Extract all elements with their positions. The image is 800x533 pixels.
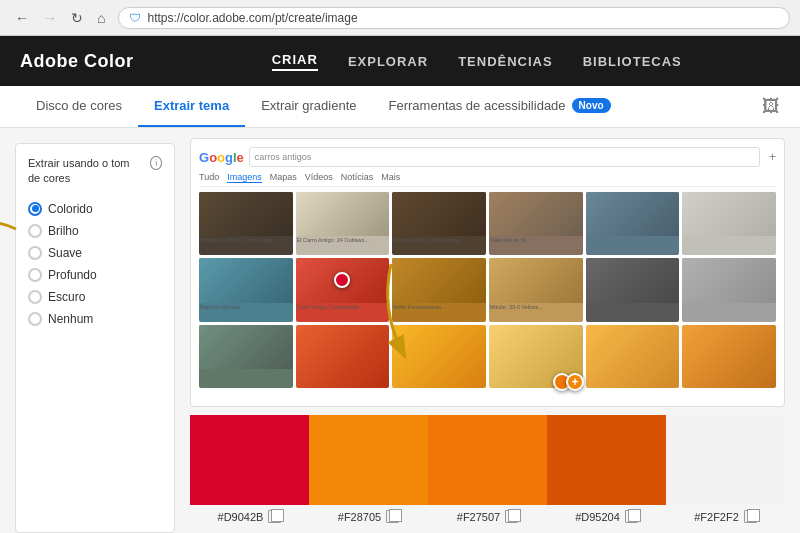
radio-colorido[interactable] xyxy=(28,202,42,216)
nav-bibliotecas[interactable]: BIBLIOTECAS xyxy=(583,54,682,69)
nav-tendencias[interactable]: TENDÊNCIAS xyxy=(458,54,553,69)
address-bar[interactable]: 🛡 https://color.adobe.com/pt/create/imag… xyxy=(118,7,790,29)
img-cell-7[interactable]: Barucho Moruce... xyxy=(199,258,293,321)
radio-escuro[interactable] xyxy=(28,290,42,304)
radio-inner-colorido xyxy=(32,205,39,212)
nav-criar[interactable]: CRIAR xyxy=(272,52,318,71)
option-suave[interactable]: Suave xyxy=(28,246,162,260)
image-area: Google carros antigos + Tudo Imagens Map… xyxy=(190,138,785,407)
tab-mapas[interactable]: Mapas xyxy=(270,172,297,183)
img-cell-2[interactable]: El Carro Antigo: 24 Outlaws... xyxy=(296,192,390,255)
label-colorido: Colorido xyxy=(48,202,93,216)
radio-nenhum[interactable] xyxy=(28,312,42,326)
image-upload-icon[interactable]: 🖼 xyxy=(762,96,780,116)
reload-button[interactable]: ↻ xyxy=(66,8,88,28)
copy-icon-5[interactable] xyxy=(744,510,757,523)
swatch-code-5: #F2F2F2 xyxy=(694,511,739,523)
swatch-label-1: #D9042B xyxy=(190,510,309,523)
right-panel: Google carros antigos + Tudo Imagens Map… xyxy=(175,128,800,533)
option-escuro[interactable]: Escuro xyxy=(28,290,162,304)
img-cell-18[interactable] xyxy=(682,325,776,388)
label-nenhum: Nenhum xyxy=(48,312,93,326)
label-brilho: Brilho xyxy=(48,224,79,238)
img-cell-8[interactable]: Carro Antigo Cpd pendillo... xyxy=(296,258,390,321)
img-cell-6[interactable] xyxy=(682,192,776,255)
panel-title: Extrair usando o tom de cores xyxy=(28,156,144,187)
app-header: Adobe Color CRIAR EXPLORAR TENDÊNCIAS BI… xyxy=(0,36,800,86)
radio-suave[interactable] xyxy=(28,246,42,260)
left-panel: Extrair usando o tom de cores i Colorido… xyxy=(15,143,175,533)
img-cell-3[interactable]: Panorama de Carros Antigo... xyxy=(392,192,486,255)
tab-tudo[interactable]: Tudo xyxy=(199,172,219,183)
nav-explorar[interactable]: EXPLORAR xyxy=(348,54,428,69)
swatches-container: #D9042B #F28705 #F27507 #D95204 #F2F2F2 xyxy=(190,415,785,523)
image-grid: Passeio de Porto Carro Antigo... El Carr… xyxy=(199,192,776,388)
img-cell-5[interactable] xyxy=(586,192,680,255)
option-nenhum[interactable]: Nenhum xyxy=(28,312,162,326)
browser-bar: ← → ↻ ⌂ 🛡 https://color.adobe.com/pt/cre… xyxy=(0,0,800,36)
new-badge: Novo xyxy=(572,98,611,113)
search-input[interactable]: carros antigos xyxy=(249,147,760,167)
swatch-label-4: #D95204 xyxy=(547,510,666,523)
img-cell-13[interactable] xyxy=(199,325,293,388)
swatch-4 xyxy=(547,415,666,505)
img-cell-14[interactable] xyxy=(296,325,390,388)
swatch-code-4: #D95204 xyxy=(575,511,620,523)
color-pickers-overlay: + xyxy=(553,373,584,391)
color-swatches xyxy=(190,415,785,505)
swatch-labels: #D9042B #F28705 #F27507 #D95204 #F2F2F2 xyxy=(190,505,785,523)
swatch-code-1: #D9042B xyxy=(218,511,264,523)
img-cell-15[interactable] xyxy=(392,325,486,388)
tab-mais[interactable]: Mais xyxy=(381,172,400,183)
copy-icon-2[interactable] xyxy=(386,510,399,523)
option-colorido[interactable]: Colorido xyxy=(28,202,162,216)
tab-ferramentas[interactable]: Ferramentas de acessibilidade Novo xyxy=(373,86,627,127)
img-cell-9[interactable]: Noflo Fectunavento... xyxy=(392,258,486,321)
tab-disco-de-cores[interactable]: Disco de cores xyxy=(20,86,138,127)
add-color-button[interactable]: + xyxy=(566,373,584,391)
swatch-1 xyxy=(190,415,309,505)
img-cell-17[interactable] xyxy=(586,325,680,388)
color-mode-options: Colorido Brilho Suave Profundo Escuro Ne… xyxy=(28,202,162,326)
copy-icon-1[interactable] xyxy=(268,510,281,523)
label-profundo: Profundo xyxy=(48,268,97,282)
new-tab-icon: + xyxy=(769,150,776,164)
swatch-label-2: #F28705 xyxy=(309,510,428,523)
swatch-5 xyxy=(666,415,785,505)
option-profundo[interactable]: Profundo xyxy=(28,268,162,282)
app-logo: Adobe Color xyxy=(20,51,134,72)
img-cell-4[interactable]: Deler.ido as I9... xyxy=(489,192,583,255)
tab-extrair-gradiente[interactable]: Extrair gradiente xyxy=(245,86,372,127)
tab-videos[interactable]: Vídeos xyxy=(305,172,333,183)
app-nav: CRIAR EXPLORAR TENDÊNCIAS BIBLIOTECAS xyxy=(174,52,781,71)
back-button[interactable]: ← xyxy=(10,8,34,28)
copy-icon-3[interactable] xyxy=(505,510,518,523)
option-brilho[interactable]: Brilho xyxy=(28,224,162,238)
url-text: https://color.adobe.com/pt/create/image xyxy=(147,11,779,25)
radio-profundo[interactable] xyxy=(28,268,42,282)
label-suave: Suave xyxy=(48,246,82,260)
google-logo: Google xyxy=(199,150,244,165)
tabs-bar: Tudo Imagens Mapas Vídeos Notícias Mais xyxy=(199,172,776,187)
copy-icon-4[interactable] xyxy=(625,510,638,523)
swatch-2 xyxy=(309,415,428,505)
img-cell-1[interactable]: Passeio de Porto Carro Antigo... xyxy=(199,192,293,255)
swatch-label-5: #F2F2F2 xyxy=(666,510,785,523)
search-query: carros antigos xyxy=(255,152,312,162)
color-picker-dot[interactable] xyxy=(334,272,350,288)
sub-nav-right: 🖼 xyxy=(762,96,780,117)
main-content: Extrair usando o tom de cores i Colorido… xyxy=(0,128,800,533)
arrow-left xyxy=(0,204,21,254)
info-icon[interactable]: i xyxy=(150,156,162,170)
home-button[interactable]: ⌂ xyxy=(92,8,110,28)
img-cell-10[interactable]: Mitullo: 33-0 Veltors... xyxy=(489,258,583,321)
tab-extrair-tema[interactable]: Extrair tema xyxy=(138,86,245,127)
tab-imagens[interactable]: Imagens xyxy=(227,172,262,183)
radio-brilho[interactable] xyxy=(28,224,42,238)
forward-button[interactable]: → xyxy=(38,8,62,28)
swatch-code-3: #F27507 xyxy=(457,511,500,523)
tab-noticias[interactable]: Notícias xyxy=(341,172,374,183)
img-cell-11[interactable] xyxy=(586,258,680,321)
img-cell-12[interactable] xyxy=(682,258,776,321)
swatch-label-3: #F27507 xyxy=(428,510,547,523)
